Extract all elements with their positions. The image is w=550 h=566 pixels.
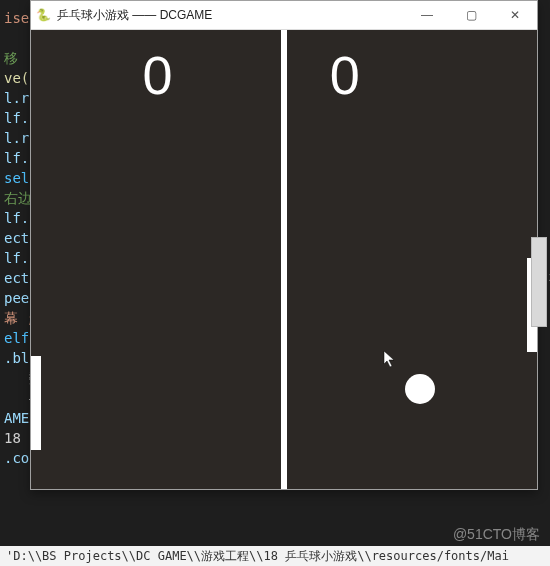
maximize-button[interactable]: ▢: [449, 1, 493, 29]
maximize-icon: ▢: [466, 8, 477, 22]
terminal-path-bar: 'D:\\BS Projects\\DC GAME\\游戏工程\\18 乒乓球小…: [0, 546, 550, 566]
close-button[interactable]: ✕: [493, 1, 537, 29]
window-titlebar[interactable]: 🐍 乒乓球小游戏 —— DCGAME — ▢ ✕: [31, 1, 537, 30]
minimize-icon: —: [421, 8, 433, 22]
window-controls: — ▢ ✕: [405, 1, 537, 29]
close-icon: ✕: [510, 8, 520, 22]
mouse-cursor-icon: [383, 350, 397, 372]
left-paddle: [31, 356, 41, 450]
ball: [405, 374, 435, 404]
center-net: [281, 30, 287, 489]
score-left: 0: [142, 48, 172, 102]
minimize-button[interactable]: —: [405, 1, 449, 29]
window-title: 乒乓球小游戏 —— DCGAME: [57, 7, 212, 24]
python-icon: 🐍: [35, 7, 51, 23]
game-window: 🐍 乒乓球小游戏 —— DCGAME — ▢ ✕ 0 0 2: [30, 0, 538, 490]
score-right: 0: [330, 48, 360, 102]
scrollbar-thumb[interactable]: [531, 237, 547, 327]
pong-canvas[interactable]: 0 0: [31, 30, 537, 489]
